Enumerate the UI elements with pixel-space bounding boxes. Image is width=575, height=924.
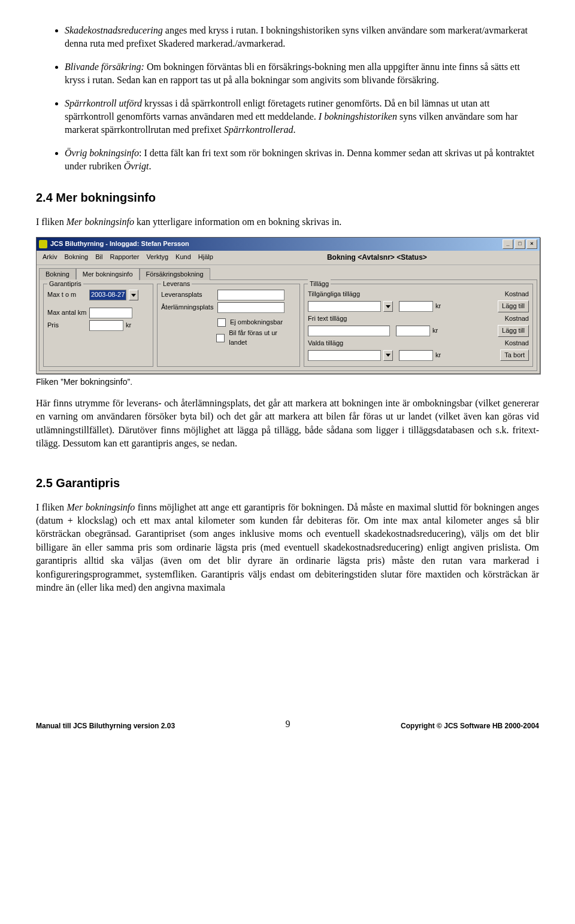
term: Övrigt: [124, 161, 149, 171]
input-kostnad3[interactable]: [399, 350, 433, 361]
text: I fliken: [36, 502, 67, 512]
input-levplats[interactable]: [217, 290, 285, 300]
label-bilutland: Bil får föras ut ur landet: [229, 329, 296, 347]
text: .: [293, 124, 296, 135]
group-garantipris: Garantipris Max t o m 2003-08-27 Max ant…: [43, 284, 153, 367]
group-legend: Garantipris: [47, 279, 83, 288]
button-laggtill-1[interactable]: Lägg till: [498, 300, 529, 312]
bullet-item: Övrig bokningsinfo: I detta fält kan fri…: [65, 147, 539, 174]
label-levplats: Leveransplats: [161, 290, 215, 299]
label-pris: Pris: [47, 321, 87, 330]
term: Övrig bokningsinfo: [65, 148, 139, 158]
app-icon: [39, 240, 47, 248]
window-title: JCS Biluthyrning - Inloggad: Stefan Pers…: [50, 239, 189, 248]
button-laggtill-2[interactable]: Lägg till: [498, 325, 529, 336]
input-kostnad1[interactable]: [399, 301, 433, 312]
unit-kr: kr: [435, 302, 441, 311]
minimize-button[interactable]: _: [503, 239, 513, 249]
label-valda: Valda tillägg: [308, 339, 365, 348]
text: I fliken: [36, 217, 66, 227]
label-tillgangliga: Tillgängliga tillägg: [308, 290, 365, 299]
date-value: 2003-08-27: [91, 290, 125, 299]
label-kostnad: Kostnad: [505, 339, 529, 348]
bullet-list: Skadekostnadsreducering anges med kryss …: [36, 24, 539, 174]
date-input[interactable]: 2003-08-27: [89, 290, 126, 300]
maximize-button[interactable]: □: [515, 239, 525, 249]
menu-kund[interactable]: Kund: [173, 252, 193, 263]
unit-kr: kr: [432, 326, 438, 335]
bullet-item: Blivande försäkring: Om bokningen förvän…: [65, 60, 539, 87]
window-controls: _ □ ×: [503, 239, 537, 249]
dropdown-icon[interactable]: [383, 350, 393, 361]
group-leverans: Leverans Leveransplats Återlämningsplats…: [157, 284, 300, 367]
page-footer: Manual till JCS Biluthyrning version 2.0…: [36, 714, 539, 731]
tab-strip: Bokning Mer bokningsinfo Försäkringsbokn…: [37, 265, 540, 279]
label-kostnad: Kostnad: [505, 314, 529, 323]
text: finns möjlighet att ange ett garantipris…: [36, 502, 539, 592]
input-aterplats[interactable]: [217, 302, 285, 313]
label-maxkm: Max antal km: [47, 308, 87, 317]
label-maxtom: Max t o m: [47, 290, 87, 299]
tab-panel: Garantipris Max t o m 2003-08-27 Max ant…: [39, 279, 537, 371]
page-number: 9: [286, 718, 290, 731]
menu-rapporter[interactable]: Rapporter: [107, 252, 141, 263]
paragraph: I fliken Mer bokningsinfo kan ytterligar…: [36, 215, 539, 229]
input-maxkm[interactable]: [89, 308, 132, 318]
tab-bokning[interactable]: Bokning: [39, 268, 76, 280]
term: Skadekostnadsreducering: [65, 25, 163, 35]
menu-arkiv[interactable]: Arkiv: [40, 252, 59, 263]
label-aterplats: Återlämningsplats: [161, 303, 215, 312]
footer-left: Manual till JCS Biluthyrning version 2.0…: [36, 721, 175, 731]
footer-right: Copyright © JCS Software HB 2000-2004: [401, 721, 539, 731]
group-legend: Leverans: [161, 279, 192, 288]
input-pris[interactable]: [89, 320, 123, 331]
form-title: Bokning <Avtalsnr> <Status>: [218, 252, 536, 263]
group-tillagg: Tillägg Tillgängliga tillägg Kostnad kr …: [304, 284, 533, 367]
input-valda[interactable]: [308, 350, 381, 361]
heading-2-5: 2.5 Garantipris: [36, 475, 539, 491]
checkbox-bilutland[interactable]: [216, 334, 225, 342]
paragraph: Här finns utrymme för leverans- och åter…: [36, 397, 539, 451]
term: Spärrkontroll utförd: [65, 98, 142, 108]
text: .: [149, 161, 151, 171]
menubar: Arkiv Bokning Bil Rapporter Verktyg Kund…: [37, 251, 540, 265]
heading-2-4: 2.4 Mer bokningsinfo: [36, 189, 539, 206]
unit-kr: kr: [126, 321, 131, 330]
bullet-item: Spärrkontroll utförd kryssas i då spärrk…: [65, 97, 539, 137]
tab-forsakringsbokning[interactable]: Försäkringsbokning: [140, 268, 210, 280]
input-fritext[interactable]: [308, 326, 390, 336]
term: Spärrkontrollerad: [224, 124, 293, 135]
close-button[interactable]: ×: [526, 239, 537, 249]
checkbox-ejombok[interactable]: [217, 318, 226, 327]
text: kan ytterligare information om en boknin…: [134, 217, 341, 227]
input-tillgangliga[interactable]: [308, 301, 381, 312]
bullet-item: Skadekostnadsreducering anges med kryss …: [65, 24, 539, 51]
menu-bokning[interactable]: Bokning: [62, 252, 90, 263]
term: I bokningshistoriken: [319, 111, 397, 121]
dropdown-icon[interactable]: [383, 301, 393, 312]
tab-mer-bokningsinfo[interactable]: Mer bokningsinfo: [76, 268, 140, 280]
titlebar: JCS Biluthyrning - Inloggad: Stefan Pers…: [37, 238, 540, 251]
term: Blivande försäkring:: [65, 62, 144, 72]
input-kostnad2[interactable]: [396, 326, 430, 336]
label-ejombok: Ej ombokningsbar: [230, 318, 283, 327]
label-fritext: Fri text tillägg: [308, 314, 365, 323]
figure-caption: Fliken ”Mer bokningsinfo”.: [36, 376, 539, 388]
menu-verktyg[interactable]: Verktyg: [144, 252, 171, 263]
label-kostnad: Kostnad: [505, 290, 529, 299]
group-legend: Tillägg: [308, 279, 331, 288]
date-dropdown-icon[interactable]: [129, 290, 138, 300]
unit-kr: kr: [435, 351, 441, 360]
paragraph: I fliken Mer bokningsinfo finns möjlighe…: [36, 501, 539, 595]
menu-hjalp[interactable]: Hjälp: [196, 252, 216, 263]
term: Mer bokningsinfo: [67, 502, 135, 512]
menu-bil[interactable]: Bil: [93, 252, 105, 263]
button-tabort[interactable]: Ta bort: [500, 349, 529, 361]
app-window: JCS Biluthyrning - Inloggad: Stefan Pers…: [36, 237, 540, 375]
term: Mer bokningsinfo: [66, 217, 134, 227]
